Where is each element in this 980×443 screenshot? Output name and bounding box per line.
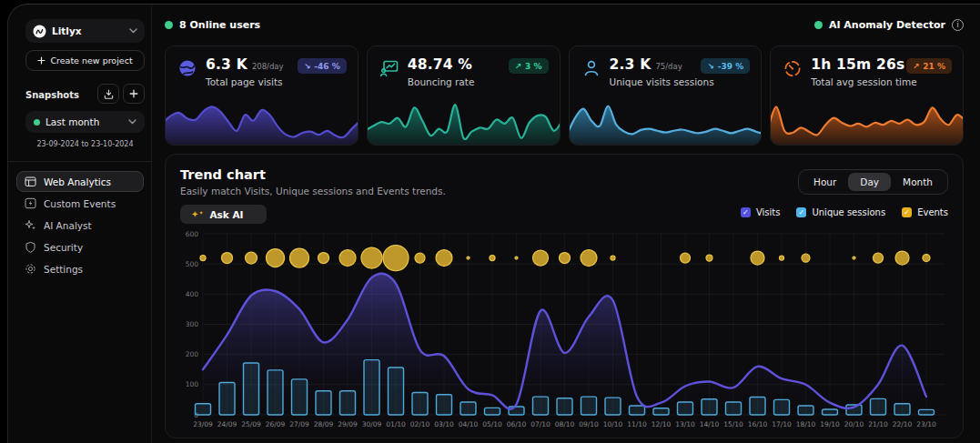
svg-text:12/10: 12/10 [652,420,672,428]
svg-text:26/09: 26/09 [266,420,286,428]
badge-text: -39 % [718,62,743,71]
stat-per-day: 208/day [252,62,284,71]
tab-month[interactable]: Month [891,173,945,191]
svg-text:200: 200 [186,350,199,358]
online-users: 8 Online users [165,19,260,31]
legend-label: Visits [756,207,781,217]
svg-text:10/10: 10/10 [603,420,623,428]
stat-card-avg-session-time: 1h 15m 26s Total avg session time ↗ 21 % [770,45,964,146]
project-name: Litlyx [52,25,124,36]
stat-value: 2.3 K [610,56,652,73]
svg-text:400: 400 [186,290,199,298]
download-icon [104,89,114,99]
trend-chart-card: Trend chart Easily match Visits, Unique … [165,154,964,438]
timer-icon [783,58,803,78]
svg-text:27/09: 27/09 [289,420,309,428]
snapshots-label: Snapshots [25,90,79,104]
create-project-label: Create new project [50,55,132,65]
browser-window-icon [25,176,36,187]
legend-label: Unique sessions [812,207,885,217]
svg-text:19/10: 19/10 [820,420,840,428]
project-select[interactable]: Litlyx [25,19,145,43]
stat-per-day: 75/day [655,62,682,71]
sparkles-icon [25,219,36,231]
svg-text:08/10: 08/10 [555,420,575,428]
range-tabs: Hour Day Month [798,169,948,195]
anomaly-status-dot [814,21,823,29]
trend-subtitle: Easily match Visits, Unique sessions and… [180,186,446,196]
svg-text:16/10: 16/10 [748,420,768,428]
snapshot-value: Last month [45,116,123,127]
legend-item-unique-sessions[interactable]: ✓ Unique sessions [796,207,885,217]
stat-badge: ↗ 21 % [906,58,952,74]
sidebar-item-label: AI Analyst [44,220,92,231]
main-content: 8 Online users AI Anomaly Detector i 6.3… [152,5,980,443]
checkbox-checked-icon: ✓ [902,207,912,217]
litlyx-logo-icon [33,25,46,38]
sidebar-item-web-analytics[interactable]: Web Analytics [16,171,144,192]
stat-badge: ↗ 3 % [509,58,549,74]
sidebar-item-settings[interactable]: Settings [16,258,144,279]
ai-anomaly-detector: AI Anomaly Detector i [814,19,964,31]
bounce-rate-icon [379,58,399,78]
stat-sparkline [771,97,963,145]
trend-down-icon: ↘ [304,62,311,71]
legend-item-visits[interactable]: ✓ Visits [741,207,781,217]
trend-down-icon: ↘ [707,62,714,71]
badge-text: 3 % [525,62,541,71]
stat-cards-row: 6.3 K 208/day Total page visits ↘ -46 % … [165,45,964,146]
create-project-button[interactable]: Create new project [25,50,145,71]
svg-text:17/10: 17/10 [772,420,792,428]
export-snapshot-button[interactable] [97,84,119,104]
stat-badge: ↘ -39 % [701,58,750,74]
legend-label: Events [917,207,948,217]
svg-text:11/10: 11/10 [627,420,647,428]
snapshot-select[interactable]: Last month [25,111,145,133]
checkbox-checked-icon: ✓ [741,207,751,217]
svg-text:25/09: 25/09 [241,420,261,428]
chevron-down-icon [129,28,137,34]
stat-value: 1h 15m 26s [811,56,904,73]
stat-label: Bouncing rate [408,76,475,87]
info-icon[interactable]: i [952,19,964,31]
svg-text:22/10: 22/10 [893,420,913,428]
snapshot-date-range: 23-09-2024 to 23-10-2024 [25,140,145,148]
stat-sparkline [570,97,762,145]
sidebar-item-ai-analyst[interactable]: AI Analyst [16,215,144,236]
add-snapshot-button[interactable] [123,84,145,104]
tab-day[interactable]: Day [848,173,891,191]
stat-sparkline [166,97,358,145]
tab-hour[interactable]: Hour [802,173,848,191]
svg-text:24/09: 24/09 [217,420,237,428]
lightning-square-icon [25,197,36,209]
svg-text:28/09: 28/09 [314,420,334,428]
globe-icon [177,58,197,78]
svg-text:29/09: 29/09 [338,420,358,428]
sidebar: Litlyx Create new project Snapshots Last… [8,5,152,443]
ask-ai-label: Ask AI [209,209,243,220]
sidebar-item-label: Custom Events [44,198,116,209]
trend-chart-canvas: 010020030040050060023/0924/0925/0926/092… [177,227,953,433]
legend-item-events[interactable]: ✓ Events [902,207,948,217]
sidebar-item-security[interactable]: Security [16,237,144,257]
svg-text:05/10: 05/10 [482,420,502,428]
stat-label: Unique visits sessions [610,76,714,87]
sparkles-icon: ✦✦ [191,209,203,219]
shield-icon [25,241,36,253]
svg-text:23/10: 23/10 [916,420,936,428]
stat-sparkline [368,97,560,145]
svg-text:15/10: 15/10 [723,420,743,428]
svg-text:23/09: 23/09 [193,420,213,428]
stat-value: 48.74 % [408,56,472,73]
badge-text: 21 % [923,62,945,71]
sidebar-item-custom-events[interactable]: Custom Events [16,193,144,214]
sidebar-nav: Web Analytics Custom Events AI Analyst S… [16,171,144,279]
svg-text:100: 100 [186,380,199,388]
svg-text:18/10: 18/10 [796,420,816,428]
divider [8,161,151,162]
sidebar-item-label: Web Analytics [44,176,111,187]
sidebar-item-label: Settings [44,264,83,275]
svg-text:04/10: 04/10 [459,420,479,428]
ask-ai-button[interactable]: ✦✦ Ask AI [180,205,267,224]
user-icon [581,58,601,78]
